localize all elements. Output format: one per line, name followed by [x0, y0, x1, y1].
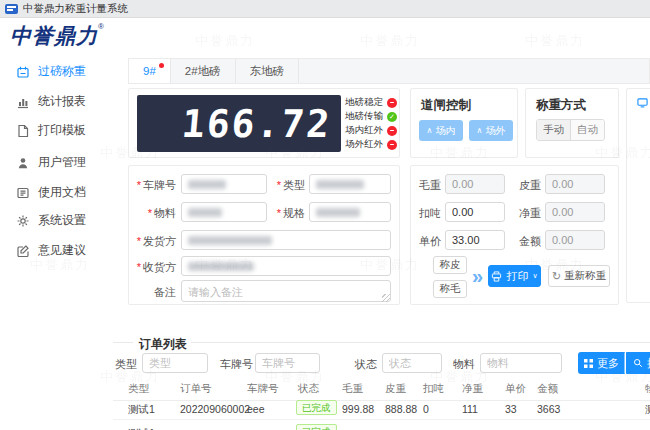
- mode-auto-option[interactable]: 自动: [571, 120, 604, 140]
- col-header: 类型: [128, 382, 149, 396]
- edit-pen-icon: [16, 244, 30, 258]
- gate-control-panel: 道闸控制 ∧场内 ∧场外: [410, 88, 518, 158]
- chevron-up-icon: ∧: [427, 126, 433, 135]
- reweigh-button-label: 重新称重: [564, 269, 606, 283]
- cell-plate: eee: [247, 403, 265, 415]
- deduct-label: 扣吨: [413, 206, 441, 221]
- divider: [191, 342, 650, 343]
- print-button[interactable]: 打印 ∨: [488, 265, 541, 287]
- gate-button-label: 场外: [485, 124, 505, 138]
- weigh-tare-button[interactable]: 称皮: [433, 256, 467, 274]
- sidebar-item-label: 使用文档: [38, 184, 86, 201]
- tab-alert-dot: [159, 63, 164, 68]
- indicator-label: 场内红外: [345, 124, 383, 137]
- cell-type: 测试1: [128, 403, 155, 417]
- vehicle-form-panel: 车牌号 类型 物料 规格 发货方 收货方 备注: [128, 165, 400, 305]
- deduct-input[interactable]: [445, 202, 505, 222]
- printer-icon: [491, 271, 502, 282]
- gate-inside-button[interactable]: ∧场内: [419, 120, 463, 141]
- tare-input[interactable]: [545, 174, 605, 194]
- resize-handle[interactable]: [382, 294, 390, 302]
- net-input[interactable]: [545, 202, 605, 222]
- indicator-ir-inside: 场内红外: [345, 124, 397, 137]
- weighing-app: 中誉鼎力称重计量系统 中誉鼎力® ZHONGYUDINGLI 过磅称重 统计报表…: [0, 0, 650, 430]
- sidebar-item-users[interactable]: 用户管理: [16, 154, 86, 171]
- sidebar-item-docs[interactable]: 使用文档: [16, 184, 86, 201]
- tab-scale-9[interactable]: 9#: [129, 59, 171, 83]
- sidebar-item-print-templates[interactable]: 打印模板: [16, 122, 86, 139]
- order-list-title: 订单列表: [139, 336, 187, 353]
- receiver-input[interactable]: [181, 256, 391, 276]
- weight-reading: 166.72: [180, 102, 341, 146]
- filter-material-input[interactable]: [480, 353, 562, 373]
- gate-button-label: 场内: [435, 124, 455, 138]
- window-title: 中誉鼎力称重计量系统: [23, 2, 128, 16]
- search-button[interactable]: 搜索: [626, 352, 650, 374]
- indicator-transmit: 地磅传输✓: [345, 110, 397, 123]
- table-row[interactable]: 测试1 已完成: [113, 421, 650, 430]
- document-icon: [16, 186, 30, 200]
- more-button[interactable]: 更多: [578, 352, 625, 374]
- col-header: 净重: [462, 382, 483, 396]
- main-content: 9# 2#地磅 东地磅 166.72 地磅稳定 地磅传输✓ 场内红外 场外红外: [113, 50, 650, 430]
- tab-scale-east[interactable]: 东地磅: [236, 59, 300, 83]
- gate-outside-button[interactable]: ∧场外: [469, 120, 513, 141]
- cell-status: 已完成: [296, 424, 337, 430]
- status-dot-red: [387, 140, 397, 150]
- remark-textarea[interactable]: [181, 280, 391, 302]
- watermark-text: 中誉鼎力: [360, 32, 420, 50]
- tab-label: 2#地磅: [185, 64, 221, 79]
- chevron-down-icon: ∨: [532, 272, 537, 280]
- filter-status-input[interactable]: [382, 353, 442, 373]
- remark-label: 备注: [129, 285, 176, 300]
- indicator-label: 场外红外: [345, 138, 383, 151]
- filter-status-label: 状态: [355, 357, 377, 372]
- price-input[interactable]: [445, 230, 505, 250]
- masked-value: [188, 236, 272, 245]
- status-badge: 已完成: [296, 424, 337, 430]
- tab-scale-2[interactable]: 2#地磅: [171, 59, 236, 83]
- gross-label: 毛重: [413, 178, 441, 193]
- cell-material: 测试: [645, 403, 650, 417]
- cell-tare: 888.88: [385, 403, 417, 415]
- monitor-icon: [637, 97, 648, 108]
- search-icon: [633, 358, 643, 368]
- bar-chart-icon: [16, 95, 30, 109]
- scale-display-panel: 166.72 地磅稳定 地磅传输✓ 场内红外 场外红外: [128, 88, 400, 158]
- amount-input[interactable]: [545, 230, 605, 250]
- sidebar-item-reports[interactable]: 统计报表: [16, 93, 86, 110]
- col-header: 状态: [298, 382, 319, 396]
- material-label: 物料: [129, 206, 176, 221]
- reweigh-button[interactable]: ↻ 重新称重: [548, 265, 610, 287]
- gross-input[interactable]: [445, 174, 505, 194]
- app-logo-icon: [5, 4, 18, 14]
- filter-plate-label: 车牌号: [220, 357, 253, 372]
- sidebar-item-weighing[interactable]: 过磅称重: [16, 63, 86, 80]
- type-label: 类型: [267, 178, 305, 193]
- weigh-gross-button[interactable]: 称毛: [433, 280, 467, 298]
- filter-plate-input[interactable]: [255, 353, 320, 373]
- gate-panel-title: 道闸控制: [421, 97, 517, 114]
- spec-input[interactable]: [309, 202, 391, 222]
- col-header: 毛重: [342, 382, 363, 396]
- material-input[interactable]: [181, 202, 267, 222]
- plate-input[interactable]: [181, 174, 267, 194]
- sidebar-item-label: 统计报表: [38, 93, 86, 110]
- plate-label: 车牌号: [129, 178, 176, 193]
- mode-manual-option[interactable]: 手动: [537, 120, 571, 140]
- sidebar-item-label: 过磅称重: [38, 63, 86, 80]
- sidebar-item-feedback[interactable]: 意见建议: [16, 242, 86, 259]
- cell-status: 已完成: [296, 400, 337, 415]
- type-input[interactable]: [309, 174, 391, 194]
- sidebar-item-label: 打印模板: [38, 122, 86, 139]
- cell-price: 33: [505, 403, 517, 415]
- table-row[interactable]: 测试1 202209060002 eee 已完成 999.88 888.88 0…: [113, 397, 650, 420]
- more-button-label: 更多: [597, 356, 619, 371]
- col-header: 单价: [505, 382, 526, 396]
- sidebar-item-settings[interactable]: 系统设置: [16, 212, 86, 229]
- filter-type-input[interactable]: [142, 353, 208, 373]
- shipper-input[interactable]: [181, 230, 391, 250]
- brand-reg-mark: ®: [98, 22, 104, 31]
- brand-name: 中誉鼎力: [10, 24, 98, 47]
- col-header: 金额: [537, 382, 558, 396]
